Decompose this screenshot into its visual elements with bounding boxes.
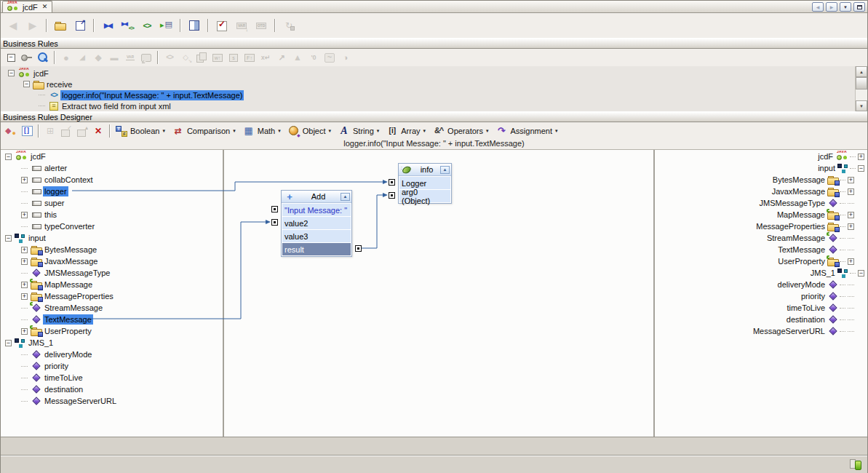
tree-item-streammessage[interactable]: StreamMessage xyxy=(655,232,867,244)
goto-source-button[interactable] xyxy=(157,16,176,35)
box-row-value2[interactable]: value2 xyxy=(282,217,351,229)
tree-item-jcdf[interactable]: jcdF+ xyxy=(655,151,867,162)
tree-item-bytesmessage[interactable]: BytesMessage+ xyxy=(655,174,867,186)
expander-minus-icon[interactable]: − xyxy=(23,81,30,87)
menu-comparison[interactable]: Comparison▾ xyxy=(170,124,240,138)
source-view-button[interactable] xyxy=(138,16,156,35)
tree-item-jms-1[interactable]: −JMS_1 xyxy=(1,337,223,349)
tree-item-extract-two-field-from-input-xml[interactable]: Extract two field from input xml xyxy=(1,100,855,111)
box-row-result[interactable]: result xyxy=(282,243,351,255)
tree-item-this[interactable]: +this xyxy=(1,209,223,220)
tree-item-input[interactable]: −input xyxy=(1,232,223,244)
port-add-input-message[interactable] xyxy=(271,206,278,212)
maximize-window-button[interactable] xyxy=(853,2,865,12)
tree-item-javaxmessage[interactable]: JavaxMessage+ xyxy=(655,186,867,197)
tree-item-jmsmessagetype[interactable]: JMSMessageType xyxy=(655,197,867,209)
expander-plus-icon[interactable]: + xyxy=(21,212,28,218)
tree-item-timetolive[interactable]: timeToLive xyxy=(1,372,223,383)
tree-item-mapmessage[interactable]: +MapMessage xyxy=(1,279,223,290)
tree-item-textmessage[interactable]: TextMessage xyxy=(1,314,223,325)
collapse-box-button[interactable]: ▲ xyxy=(341,193,350,201)
box-row-input-message[interactable]: "Input Message: " xyxy=(282,204,351,216)
expander-plus-icon[interactable]: + xyxy=(848,188,854,195)
menu-object[interactable]: Object▾ xyxy=(285,124,335,138)
tree-item-jcdf[interactable]: −jcdF xyxy=(1,68,855,79)
tree-item-priority[interactable]: priority xyxy=(1,360,223,372)
menu-operators[interactable]: Operators▾ xyxy=(430,124,493,138)
expander-minus-icon[interactable]: − xyxy=(858,165,864,172)
tree-item-priority[interactable]: priority xyxy=(655,290,867,302)
box-row-value3[interactable]: value3 xyxy=(282,230,351,242)
expander-plus-icon[interactable]: + xyxy=(848,177,854,183)
port-info-logger[interactable] xyxy=(389,179,395,186)
tree-item-javaxmessage[interactable]: +JavaxMessage xyxy=(1,255,223,267)
tree-item-messageserverurl[interactable]: MessageServerURL xyxy=(1,395,223,407)
tab-list-dropdown-button[interactable]: ▼ xyxy=(840,2,851,12)
tree-item-messageserverurl[interactable]: MessageServerURL xyxy=(655,325,867,337)
expander-plus-icon[interactable]: + xyxy=(848,212,854,218)
tree-item-timetolive[interactable]: timeToLive xyxy=(655,302,867,314)
expander-minus-icon[interactable]: − xyxy=(858,270,864,277)
tree-item-messageproperties[interactable]: +MessageProperties xyxy=(1,290,223,302)
expander-plus-icon[interactable]: + xyxy=(21,282,28,288)
collapse-all-button[interactable] xyxy=(3,50,19,65)
menu-array[interactable]: Array▾ xyxy=(383,124,430,138)
tree-item-deliverymode[interactable]: deliveryMode xyxy=(655,279,867,290)
menu-string[interactable]: String▾ xyxy=(335,124,383,138)
expander-plus-icon[interactable]: + xyxy=(848,258,854,265)
mapper-box-info[interactable]: info▲Loggerarg0 (Object) xyxy=(398,163,452,204)
menu-boolean[interactable]: Boolean▾ xyxy=(114,124,170,138)
palette-button[interactable] xyxy=(3,124,19,138)
tree-item-jmsmessagetype[interactable]: JMSMessageType xyxy=(1,267,223,279)
tree-item-jcdf[interactable]: −jcdF xyxy=(1,151,223,162)
scrollbar-down-button[interactable]: ▼ xyxy=(856,100,867,111)
validate-button[interactable] xyxy=(212,16,231,35)
expander-minus-icon[interactable]: − xyxy=(5,340,12,346)
tree-item-receive[interactable]: −receive xyxy=(1,79,855,90)
scrollbar-up-button[interactable]: ▲ xyxy=(856,66,867,77)
close-tab-icon[interactable]: ✕ xyxy=(42,4,48,10)
menu-assignment[interactable]: Assignment▾ xyxy=(493,124,562,138)
expander-minus-icon[interactable]: − xyxy=(5,235,12,242)
tree-item-userproperty[interactable]: UserProperty+ xyxy=(655,255,867,267)
port-info-arg0-object[interactable] xyxy=(389,192,395,199)
expander-minus-icon[interactable]: − xyxy=(8,70,15,76)
tree-item-streammessage[interactable]: StreamMessage xyxy=(1,302,223,314)
tree-item-logger[interactable]: logger xyxy=(1,186,223,197)
tab-jcdf[interactable]: jcdF ✕ xyxy=(2,1,52,12)
tree-item-super[interactable]: super xyxy=(1,197,223,209)
box-row-arg0-object[interactable]: arg0 (Object) xyxy=(399,190,450,202)
tree-item-jms-1[interactable]: JMS_1− xyxy=(655,267,867,279)
port-add-value2[interactable] xyxy=(271,219,278,226)
tree-item-alerter[interactable]: alerter xyxy=(1,162,223,174)
port-add-result[interactable] xyxy=(355,245,362,252)
side-by-side-view-button[interactable] xyxy=(185,16,204,35)
menu-math[interactable]: Math▾ xyxy=(240,124,285,138)
expander-plus-icon[interactable]: + xyxy=(858,154,864,160)
tree-item-typeconverter[interactable]: typeConverter xyxy=(1,220,223,232)
tree-item-destination[interactable]: destination xyxy=(655,314,867,325)
tree-item-messageproperties[interactable]: MessageProperties+ xyxy=(655,220,867,232)
collapse-box-button[interactable]: ▲ xyxy=(440,166,450,174)
tree-item-deliverymode[interactable]: deliveryMode xyxy=(1,349,223,360)
scrollbar-thumb[interactable] xyxy=(856,77,867,90)
tree-item-destination[interactable]: destination xyxy=(1,383,223,395)
tree-item-collabcontext[interactable]: +collabContext xyxy=(1,174,223,186)
mapper-box-add[interactable]: Add▲"Input Message: "value2value3result xyxy=(281,190,352,257)
tree-item-textmessage[interactable]: TextMessage xyxy=(655,244,867,255)
expander-plus-icon[interactable]: + xyxy=(21,258,28,265)
delete-button[interactable] xyxy=(90,124,106,138)
vertical-scrollbar[interactable]: ▲ ▼ xyxy=(855,66,867,111)
panel-divider-left[interactable] xyxy=(223,150,224,437)
tree-item-bytesmessage[interactable]: +BytesMessage xyxy=(1,244,223,255)
mapper-source-view-button[interactable] xyxy=(118,16,137,35)
show-links-button[interactable] xyxy=(19,50,35,65)
brackets-button[interactable] xyxy=(19,124,35,138)
tree-item-input[interactable]: input− xyxy=(655,162,867,174)
mapper-view-button[interactable] xyxy=(98,16,117,35)
expander-plus-icon[interactable]: + xyxy=(21,328,28,335)
open-in-editor-button[interactable] xyxy=(71,16,89,35)
zoom-button[interactable] xyxy=(35,50,51,65)
memory-status-icon[interactable] xyxy=(848,459,863,472)
expander-minus-icon[interactable]: − xyxy=(5,154,12,160)
